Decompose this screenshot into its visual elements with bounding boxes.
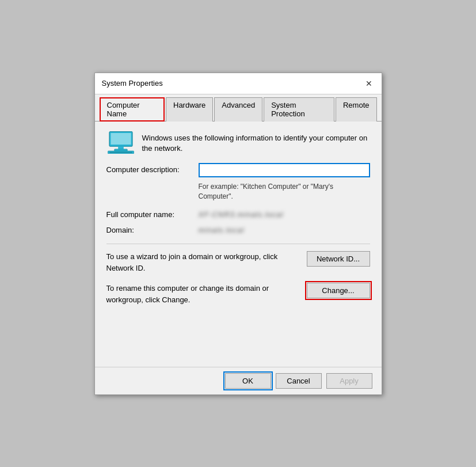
apply-button[interactable]: Apply <box>326 373 372 389</box>
example-text: For example: "Kitchen Computer" or "Mary… <box>199 182 370 202</box>
dialog-title: System Properties <box>102 79 163 88</box>
network-id-button[interactable]: Network ID... <box>307 251 370 267</box>
close-button[interactable]: ✕ <box>363 78 375 89</box>
svg-rect-5 <box>109 151 132 153</box>
system-properties-dialog: System Properties ✕ Computer Name Hardwa… <box>94 73 382 395</box>
top-section: Windows uses the following information t… <box>106 131 370 154</box>
tab-remote[interactable]: Remote <box>336 97 377 122</box>
title-bar: System Properties ✕ <box>95 73 382 94</box>
cancel-button[interactable]: Cancel <box>276 373 322 389</box>
footer: OK Cancel Apply <box>95 367 382 394</box>
svg-rect-2 <box>118 146 124 149</box>
computer-description-row: Computer description: <box>106 163 370 177</box>
full-computer-name-label: Full computer name: <box>106 208 199 219</box>
computer-description-input[interactable] <box>199 163 370 177</box>
domain-label: Domain: <box>106 223 199 234</box>
svg-rect-1 <box>111 133 131 145</box>
network-id-row: To use a wizard to join a domain or work… <box>106 251 370 274</box>
tab-hardware[interactable]: Hardware <box>166 97 213 122</box>
full-computer-name-row: Full computer name: XF-CNR3.minals.local <box>106 208 370 219</box>
domain-row: Domain: minals.local <box>106 223 370 234</box>
tab-bar: Computer Name Hardware Advanced System P… <box>95 94 382 122</box>
computer-icon <box>106 131 135 154</box>
computer-description-label: Computer description: <box>106 163 199 174</box>
tab-computer-name[interactable]: Computer Name <box>100 97 165 122</box>
change-text: To rename this computer or change its do… <box>106 283 307 305</box>
domain-value: minals.local <box>199 223 245 234</box>
change-button[interactable]: Change... <box>307 283 370 298</box>
tab-advanced[interactable]: Advanced <box>214 97 262 122</box>
change-row: To rename this computer or change its do… <box>106 283 370 305</box>
network-id-text: To use a wizard to join a domain or work… <box>106 251 307 274</box>
ok-button[interactable]: OK <box>225 373 271 389</box>
separator-1 <box>106 244 370 244</box>
full-computer-name-value: XF-CNR3.minals.local <box>199 208 284 219</box>
tab-system-protection[interactable]: System Protection <box>264 97 334 122</box>
tab-content: Windows uses the following information t… <box>95 122 382 367</box>
svg-rect-3 <box>114 149 127 151</box>
network-description: Windows uses the following information t… <box>142 131 370 154</box>
